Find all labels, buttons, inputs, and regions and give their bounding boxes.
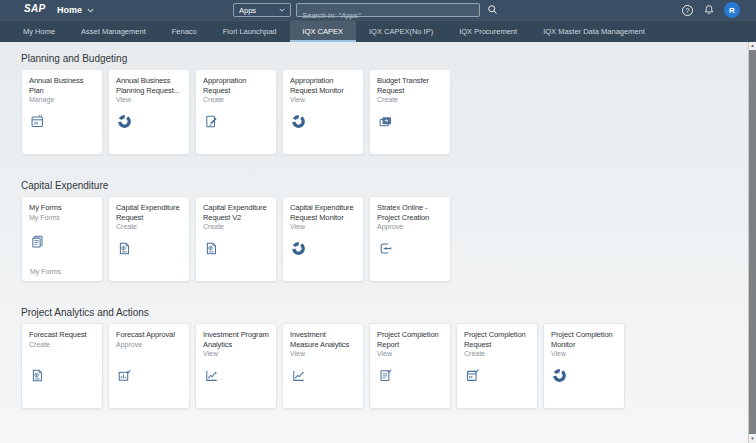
vertical-scrollbar: ▲ ▼ (748, 42, 756, 443)
tile-title: Project Completion Report (377, 330, 443, 349)
chevron-down-icon (87, 8, 94, 13)
tile-subtitle: View (377, 350, 443, 359)
tile-appropriation-request[interactable]: Appropriation RequestCreate (195, 69, 277, 155)
tile-title: Appropriation Request Monitor (290, 76, 356, 95)
tile-investment-measure-analytics[interactable]: Investment Measure AnalyticsView (282, 323, 364, 409)
tile-title: Capital Expenditure Request Monitor (290, 203, 356, 222)
chevron-down-icon (279, 8, 285, 12)
tile-title: Investment Measure Analytics (290, 330, 356, 349)
nav-tab-fiori-launchpad[interactable]: Fiori Launchpad (210, 21, 290, 42)
process-donut-icon (552, 368, 567, 383)
tile-capital-expenditure-request[interactable]: Capital Expenditure RequestCreate (108, 196, 190, 282)
tile-group-project-analytics-and-actions: Project Analytics and ActionsForecast Re… (21, 307, 748, 409)
nav-tab-iqx-procurement[interactable]: IQX Procurement (446, 21, 530, 42)
trend-chart-icon (291, 368, 306, 383)
tile-investment-program-analytics[interactable]: Investment Program AnalyticsView (195, 323, 277, 409)
tile-appropriation-request-monitor[interactable]: Appropriation Request MonitorView (282, 69, 364, 155)
nav-tab-iqx-master-data-management[interactable]: IQX Master Data Management (530, 21, 658, 42)
tile-title: My Forms (29, 203, 95, 213)
help-icon[interactable]: ? (681, 4, 694, 17)
tile-title: Capital Expenditure Request V2 (203, 203, 269, 222)
section-title: Capital Expenditure (21, 180, 748, 192)
nav-tab-fenaco[interactable]: Fenaco (159, 21, 210, 42)
tile-subtitle: View (203, 350, 269, 359)
tile-capital-expenditure-request-v2[interactable]: Capital Expenditure Request V2Create (195, 196, 277, 282)
document-check-icon (378, 368, 393, 383)
tile-subtitle: Create (116, 223, 182, 232)
nav-tab-asset-management[interactable]: Asset Management (68, 21, 159, 42)
tile-row: Annual Business PlanManageAnnual Busines… (21, 69, 748, 155)
tile-title: Annual Business Plan (29, 76, 95, 95)
shell-title-menu[interactable]: Home (57, 0, 94, 20)
tile-budget-transfer-request[interactable]: Budget Transfer RequestCreate (369, 69, 451, 155)
shell-header: SAP Home Apps ? R (0, 0, 756, 20)
tile-subtitle: View (551, 350, 617, 359)
tile-capital-expenditure-request-monitor[interactable]: Capital Expenditure Request MonitorView (282, 196, 364, 282)
tile-title: Annual Business Planning Request... (116, 76, 182, 95)
tile-subtitle: My Forms (29, 214, 95, 223)
notifications-bell-icon[interactable] (703, 4, 715, 16)
tile-subtitle: Manage (29, 96, 95, 105)
user-avatar[interactable]: R (724, 2, 740, 18)
chart-check-icon (117, 368, 132, 383)
search-icon[interactable] (487, 4, 498, 15)
tile-project-completion-request[interactable]: Project Completion RequestCreate (456, 323, 538, 409)
money-document-icon (117, 241, 132, 256)
tile-subtitle: View (116, 96, 182, 105)
search-scope-select[interactable]: Apps (233, 3, 291, 17)
tile-subtitle: Create (464, 350, 530, 359)
tile-forecast-approval[interactable]: Forecast ApprovalApprove (108, 323, 190, 409)
tile-group-planning-and-budgeting: Planning and BudgetingAnnual Business Pl… (21, 53, 748, 155)
tile-forecast-request[interactable]: Forecast RequestCreate (21, 323, 103, 409)
tile-annual-business-planning-request[interactable]: Annual Business Planning Request...View (108, 69, 190, 155)
tile-subtitle: Create (377, 96, 443, 105)
tile-title: Forecast Request (29, 330, 95, 340)
tile-title: Budget Transfer Request (377, 76, 443, 95)
section-title: Project Analytics and Actions (21, 307, 748, 319)
arrow-document-icon (378, 241, 393, 256)
tile-project-completion-monitor[interactable]: Project Completion MonitorView (543, 323, 625, 409)
tile-title: Investment Program Analytics (203, 330, 269, 349)
tile-subtitle: Create (203, 96, 269, 105)
nav-tab-iqx-capex[interactable]: IQX CAPEX (290, 21, 356, 42)
shell-title-label: Home (57, 5, 82, 15)
search-field-wrapper (296, 3, 480, 17)
sap-logo[interactable]: SAP (24, 3, 45, 14)
tile-subtitle: Create (203, 223, 269, 232)
edit-document-icon (204, 114, 219, 129)
search-scope-label: Apps (239, 6, 256, 15)
tile-title: Project Completion Request (464, 330, 530, 349)
tile-title: Forecast Approval (116, 330, 182, 340)
tile-project-completion-report[interactable]: Project Completion ReportView (369, 323, 451, 409)
tile-subtitle: View (290, 223, 356, 232)
money-transfer-icon (378, 114, 393, 129)
tile-row: My FormsMy FormsMy FormsCapital Expendit… (21, 196, 748, 282)
tile-subtitle: Approve (116, 341, 182, 350)
tile-subtitle: View (290, 96, 356, 105)
documents-icon (30, 234, 45, 249)
process-donut-icon (291, 114, 306, 129)
nav-tab-my-home[interactable]: My Home (10, 21, 68, 42)
nav-tab-iqx-capex-no-ip[interactable]: IQX CAPEX(No IP) (356, 21, 446, 42)
scrollbar-thumb[interactable] (749, 50, 756, 434)
money-document-icon (30, 368, 45, 383)
section-title: Planning and Budgeting (21, 53, 748, 65)
calendar-check-icon (465, 368, 480, 383)
tile-group-capital-expenditure: Capital ExpenditureMy FormsMy FormsMy Fo… (21, 180, 748, 282)
tile-my-forms[interactable]: My FormsMy FormsMy Forms (21, 196, 103, 282)
calendar-icon (30, 114, 45, 129)
nav-tabs: My HomeAsset ManagementFenacoFiori Launc… (0, 20, 756, 42)
process-donut-icon (291, 241, 306, 256)
header-actions: ? R (681, 0, 740, 20)
tile-footer: My Forms (30, 268, 61, 275)
scroll-down-arrow-icon[interactable]: ▼ (749, 435, 756, 443)
scroll-up-arrow-icon[interactable]: ▲ (749, 42, 756, 50)
svg-text:?: ? (686, 6, 690, 13)
tile-title: Stratex Online - Project Creation (377, 203, 443, 222)
tile-groups: Planning and BudgetingAnnual Business Pl… (0, 42, 748, 443)
tile-subtitle: Approve (377, 223, 443, 232)
tile-row: Forecast RequestCreateForecast ApprovalA… (21, 323, 748, 409)
tile-stratex-online-project-creation[interactable]: Stratex Online - Project CreationApprove (369, 196, 451, 282)
trend-chart-icon (204, 368, 219, 383)
tile-annual-business-plan[interactable]: Annual Business PlanManage (21, 69, 103, 155)
